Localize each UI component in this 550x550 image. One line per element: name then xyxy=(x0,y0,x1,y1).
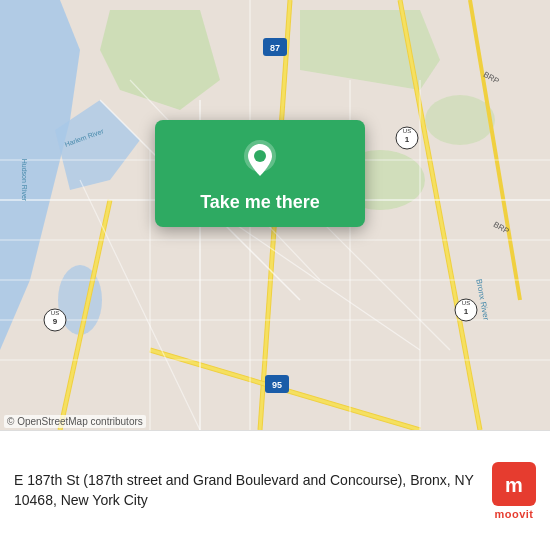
svg-text:US: US xyxy=(462,300,470,306)
location-pin-icon xyxy=(238,138,282,182)
info-bar: E 187th St (187th street and Grand Boule… xyxy=(0,430,550,550)
map-container: 87 1 US 1 US 9 US 95 BRP BRP Bronx River… xyxy=(0,0,550,550)
map-attribution: © OpenStreetMap contributors xyxy=(4,415,146,428)
moovit-label: moovit xyxy=(494,508,533,520)
svg-text:9: 9 xyxy=(53,317,58,326)
svg-point-53 xyxy=(254,150,266,162)
address-block: E 187th St (187th street and Grand Boule… xyxy=(14,471,482,510)
svg-text:US: US xyxy=(51,310,59,316)
svg-text:1: 1 xyxy=(464,307,469,316)
svg-text:US: US xyxy=(403,128,411,134)
svg-text:Hudson River: Hudson River xyxy=(21,159,28,202)
svg-text:95: 95 xyxy=(272,380,282,390)
svg-text:87: 87 xyxy=(270,43,280,53)
address-text: E 187th St (187th street and Grand Boule… xyxy=(14,472,474,508)
moovit-logo: m moovit xyxy=(492,462,536,520)
moovit-icon: m xyxy=(492,462,536,506)
svg-text:m: m xyxy=(505,474,523,496)
svg-point-7 xyxy=(425,95,495,145)
cta-overlay[interactable]: Take me there xyxy=(155,120,365,227)
svg-text:1: 1 xyxy=(405,135,410,144)
take-me-there-button[interactable]: Take me there xyxy=(200,192,320,213)
